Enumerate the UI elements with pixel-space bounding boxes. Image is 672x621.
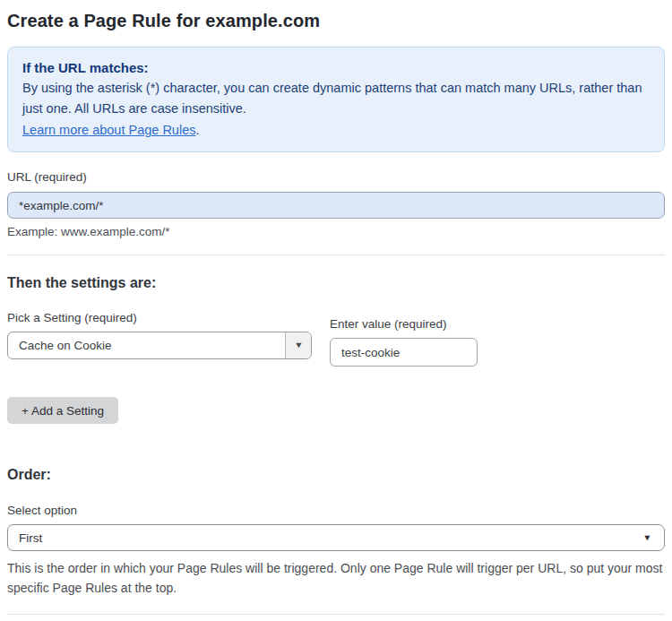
url-match-info-box: If the URL matches: By using the asteris…	[7, 47, 665, 152]
settings-row: Pick a Setting (required) Cache on Cooki…	[7, 311, 665, 367]
link-suffix: .	[195, 123, 199, 137]
add-setting-button[interactable]: + Add a Setting	[7, 397, 118, 424]
setting-select-value: Cache on Cookie	[8, 332, 285, 358]
order-select[interactable]: First ▼	[7, 524, 665, 551]
enter-value-column: Enter value (required)	[330, 311, 478, 367]
setting-value-input[interactable]	[330, 338, 478, 367]
chevron-down-icon: ▼	[294, 341, 303, 349]
url-example-text: Example: www.example.com/*	[7, 225, 665, 238]
section-divider	[7, 254, 665, 255]
setting-select[interactable]: Cache on Cookie ▼	[7, 332, 312, 359]
info-box-body: By using the asterisk (*) character, you…	[22, 78, 650, 119]
order-help-text: This is the order in which your Page Rul…	[7, 558, 665, 598]
info-link-row: Learn more about Page Rules.	[22, 119, 650, 141]
chevron-down-icon: ▼	[642, 534, 651, 542]
setting-select-arrow-button[interactable]: ▼	[285, 332, 311, 358]
select-option-label: Select option	[7, 504, 665, 518]
url-label: URL (required)	[7, 170, 665, 185]
url-input[interactable]	[7, 192, 665, 219]
create-page-rule-form: Create a Page Rule for example.com If th…	[0, 0, 672, 621]
settings-heading: Then the settings are:	[7, 274, 665, 291]
page-title: Create a Page Rule for example.com	[7, 0, 665, 31]
learn-more-link[interactable]: Learn more about Page Rules	[22, 123, 195, 137]
enter-value-label: Enter value (required)	[330, 317, 478, 332]
order-heading: Order:	[7, 466, 665, 483]
footer-divider	[7, 614, 665, 615]
order-select-value: First	[19, 531, 42, 545]
pick-setting-column: Pick a Setting (required) Cache on Cooki…	[7, 311, 312, 367]
pick-setting-label: Pick a Setting (required)	[7, 311, 312, 325]
info-box-heading: If the URL matches:	[22, 57, 650, 78]
